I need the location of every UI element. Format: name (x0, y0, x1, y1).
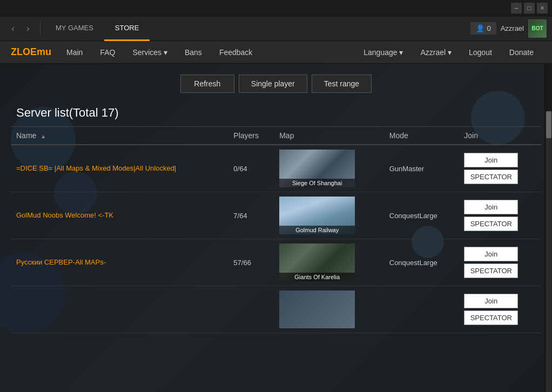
action-bar: Refresh Single player Test range (11, 64, 541, 102)
cart-count: 0 (487, 24, 490, 32)
players-cell: 57/66 (228, 239, 274, 286)
user-name: Azzrael (501, 24, 524, 32)
join-button[interactable]: Join (464, 200, 518, 214)
spectator-button[interactable]: SPECTATOR (464, 217, 518, 231)
spectator-button[interactable]: SPECTATOR (464, 170, 518, 184)
server-name-cell: GolMud Noobs Welcome! <-TK (11, 192, 228, 239)
spectator-button[interactable]: SPECTATOR (464, 310, 518, 325)
single-player-button[interactable]: Single player (239, 75, 307, 93)
table-row: GolMud Noobs Welcome! <-TK 7/64 Golmud R… (11, 192, 541, 239)
map-thumbnail: Golmud Railway (279, 197, 355, 234)
mode-cell: ConquestLarge (384, 239, 459, 286)
join-cell: Join SPECTATOR (459, 145, 541, 192)
map-cell: Golmud Railway (274, 192, 384, 239)
main-content: Refresh Single player Test range Server … (0, 64, 552, 392)
refresh-button[interactable]: Refresh (180, 75, 234, 93)
players-cell: 0/64 (228, 145, 274, 192)
menu-item-bans[interactable]: Bans (177, 45, 210, 60)
mode-cell: GunMaster (384, 145, 459, 192)
spectator-button[interactable]: SPECTATOR (464, 263, 518, 278)
menu-bar: ZLOEmu Main FAQ Services ▾ Bans Feedback… (0, 41, 552, 64)
back-button[interactable]: ‹ (5, 21, 21, 36)
table-row: Join SPECTATOR (11, 286, 541, 333)
menu-item-logout[interactable]: Logout (461, 45, 500, 60)
map-label: Siege Of Shanghai (279, 179, 355, 187)
user-avatar: BOT (528, 19, 547, 38)
col-join: Join (459, 127, 541, 145)
menu-item-donate[interactable]: Donate (502, 45, 541, 60)
test-range-button[interactable]: Test range (312, 75, 372, 93)
nav-divider (40, 22, 41, 35)
map-thumbnail: Siege Of Shanghai (279, 150, 355, 187)
join-cell: Join SPECTATOR (459, 192, 541, 239)
menu-item-language[interactable]: Language ▾ (356, 45, 410, 60)
forward-button[interactable]: › (21, 21, 36, 36)
server-name-link[interactable]: Русскии СЕРВЕР-All MAPs- (16, 258, 106, 266)
server-name-link[interactable]: GolMud Noobs Welcome! <-TK (16, 211, 113, 219)
col-mode: Mode (384, 127, 459, 145)
menu-item-azzrael[interactable]: Azzrael ▾ (413, 45, 459, 60)
nav-bar: ‹ › MY GAMES STORE 👤 0 Azzrael BOT (0, 16, 552, 41)
col-name[interactable]: Name ▲ (11, 127, 228, 145)
map-cell (274, 286, 384, 333)
join-cell: Join SPECTATOR (459, 286, 541, 333)
scrollbar-thumb[interactable] (546, 111, 551, 138)
minimize-button[interactable]: – (511, 3, 522, 13)
col-players: Players (228, 127, 274, 145)
join-cell: Join SPECTATOR (459, 239, 541, 286)
mode-cell: ConquestLarge (384, 192, 459, 239)
tab-store[interactable]: STORE (104, 16, 150, 41)
user-area: 👤 0 Azzrael BOT (470, 19, 547, 38)
server-list-title: Server list(Total 17) (11, 102, 541, 127)
server-table: Name ▲ Players Map Mode Join =DICE SB= |… (11, 127, 541, 333)
map-label: Golmud Railway (279, 226, 355, 234)
map-cell: Siege Of Shanghai (274, 145, 384, 192)
title-bar: – □ × (0, 0, 552, 16)
menu-item-main[interactable]: Main (59, 45, 90, 60)
sort-icon: ▲ (41, 133, 46, 139)
col-map: Map (274, 127, 384, 145)
map-label: Giants Of Karelia (279, 273, 355, 281)
table-header: Name ▲ Players Map Mode Join (11, 127, 541, 145)
players-cell: 7/64 (228, 192, 274, 239)
brand-logo[interactable]: ZLOEmu (11, 46, 51, 58)
cart-button[interactable]: 👤 0 (470, 22, 496, 35)
server-name-cell: Русскии СЕРВЕР-All MAPs- (11, 239, 228, 286)
map-thumbnail (279, 290, 355, 328)
join-button[interactable]: Join (464, 153, 518, 167)
table-row: =DICE SB= |All Maps & Mixed Modes|All Un… (11, 145, 541, 192)
join-button[interactable]: Join (464, 247, 518, 261)
server-name-cell: =DICE SB= |All Maps & Mixed Modes|All Un… (11, 145, 228, 192)
cart-icon: 👤 (476, 24, 484, 32)
tab-my-games[interactable]: MY GAMES (45, 16, 104, 41)
menu-item-services[interactable]: Services ▾ (125, 45, 175, 60)
menu-item-feedback[interactable]: Feedback (212, 45, 260, 60)
mode-cell (384, 286, 459, 333)
server-name-cell (11, 286, 228, 333)
table-row: Русскии СЕРВЕР-All MAPs- 57/66 Giants Of… (11, 239, 541, 286)
players-cell (228, 286, 274, 333)
join-button[interactable]: Join (464, 294, 518, 308)
map-thumbnail: Giants Of Karelia (279, 244, 355, 281)
server-list: Server list(Total 17) Name ▲ Players Map… (11, 102, 541, 333)
scrollbar[interactable] (544, 64, 552, 392)
maximize-button[interactable]: □ (524, 3, 535, 13)
close-button[interactable]: × (537, 3, 548, 13)
menu-item-faq[interactable]: FAQ (92, 45, 123, 60)
server-name-link[interactable]: =DICE SB= |All Maps & Mixed Modes|All Un… (16, 164, 176, 172)
scrollbar-track (546, 111, 551, 392)
map-cell: Giants Of Karelia (274, 239, 384, 286)
